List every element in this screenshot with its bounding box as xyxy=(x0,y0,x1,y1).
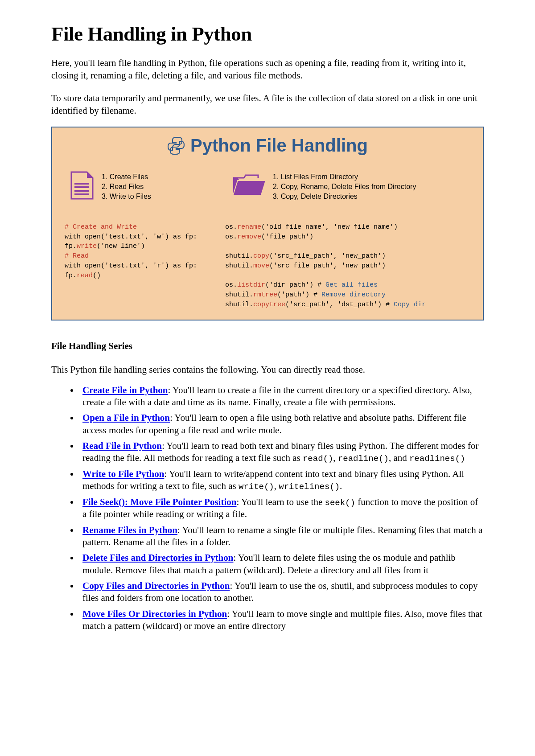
file-icon xyxy=(69,171,95,202)
svg-rect-0 xyxy=(74,183,89,185)
series-link[interactable]: Rename Files in Python xyxy=(82,525,177,535)
list-item: 2. Read Files xyxy=(102,182,151,192)
svg-rect-3 xyxy=(74,193,89,195)
inline-code: readline() xyxy=(338,454,389,464)
series-item: Read File in Python: You'll learn to rea… xyxy=(79,440,484,464)
diagram-code-row: # Create and Writewith open('test.txt', … xyxy=(65,222,470,310)
inline-code: writelines() xyxy=(279,482,340,492)
file-icon-list: 1. Create Files 2. Read Files 3. Write t… xyxy=(102,172,151,201)
inline-code: seek() xyxy=(325,498,355,508)
diagram-python-file-handling: Python File Handling 1. Create Files xyxy=(51,127,484,320)
folder-icon xyxy=(231,173,266,200)
series-link[interactable]: Write to File Python xyxy=(82,468,164,479)
intro-paragraph: To store data temporarily and permanentl… xyxy=(51,92,484,117)
svg-rect-1 xyxy=(74,186,89,188)
inline-code: write() xyxy=(239,482,274,492)
inline-code: readlines() xyxy=(409,454,465,464)
diagram-title-row: Python File Handling xyxy=(65,136,470,157)
series-link[interactable]: Create File in Python xyxy=(82,385,168,395)
list-item: 3. Write to Files xyxy=(102,192,151,201)
list-item: 1. Create Files xyxy=(102,172,151,182)
diagram-icons-row: 1. Create Files 2. Read Files 3. Write t… xyxy=(65,171,470,202)
page-title: File Handling in Python xyxy=(51,22,484,45)
series-link[interactable]: Delete Files and Directories in Python xyxy=(82,552,233,563)
file-icon-block: 1. Create Files 2. Read Files 3. Write t… xyxy=(69,171,151,202)
diagram-heading-text: Python File Handling xyxy=(190,136,368,156)
series-item: Open a File in Python: You'll learn to o… xyxy=(79,412,484,436)
series-item: Copy Files and Directories in Python: Yo… xyxy=(79,580,484,604)
series-link[interactable]: Open a File in Python xyxy=(82,412,170,423)
page-root: File Handling in Python Here, you'll lea… xyxy=(0,0,535,756)
list-item: 1. List Files From Directory xyxy=(273,172,416,182)
folder-icon-list: 1. List Files From Directory 2. Copy, Re… xyxy=(273,172,416,201)
series-link[interactable]: File Seek(): Move File Pointer Position xyxy=(82,497,236,507)
series-item: Create File in Python: You'll learn to c… xyxy=(79,384,484,409)
series-item: Write to File Python: You'll learn to wr… xyxy=(79,468,484,493)
series-link[interactable]: Move Files Or Directories in Python xyxy=(82,608,227,619)
series-heading: File Handling Series xyxy=(51,341,484,352)
series-item: Rename Files in Python: You'll learn to … xyxy=(79,524,484,549)
intro-paragraph: Here, you'll learn file handling in Pyth… xyxy=(51,57,484,82)
inline-code: read() xyxy=(303,454,333,464)
list-item: 2. Copy, Rename, Delete Files from Direc… xyxy=(273,182,416,192)
folder-icon-block: 1. List Files From Directory 2. Copy, Re… xyxy=(231,171,416,202)
python-icon xyxy=(167,136,185,155)
svg-rect-2 xyxy=(74,190,89,192)
diagram-title: Python File Handling xyxy=(167,136,368,156)
list-item: 3. Copy, Delete Directories xyxy=(273,192,416,201)
series-link[interactable]: Copy Files and Directories in Python xyxy=(82,580,230,591)
series-link[interactable]: Read File in Python xyxy=(82,440,162,451)
code-sample-right: os.rename('old file name', 'new file nam… xyxy=(225,222,470,310)
series-list: Create File in Python: You'll learn to c… xyxy=(51,384,484,633)
series-item: Delete Files and Directories in Python: … xyxy=(79,552,484,576)
series-item: File Seek(): Move File Pointer Position:… xyxy=(79,496,484,521)
series-intro: This Python file handling series contain… xyxy=(51,364,484,375)
code-sample-left: # Create and Writewith open('test.txt', … xyxy=(65,222,207,310)
series-item: Move Files Or Directories in Python: You… xyxy=(79,608,484,633)
